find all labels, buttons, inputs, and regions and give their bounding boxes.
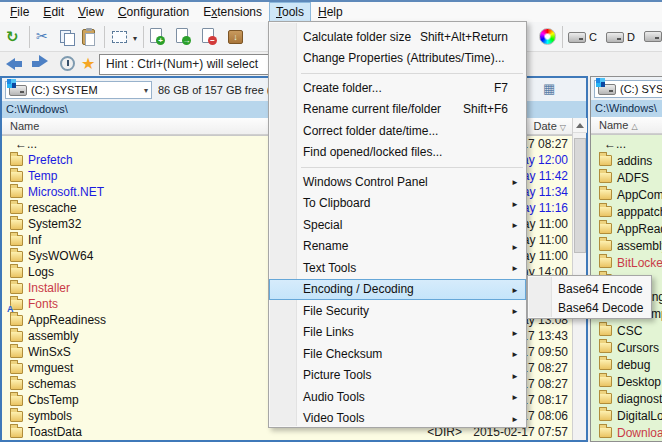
tools-menu: Calculate folder size Shift+Alt+Return C…: [268, 21, 527, 428]
menu-item-label: Correct folder date/time...: [303, 124, 438, 138]
date-column-header[interactable]: Date ▽: [534, 120, 566, 132]
menubar-item[interactable]: View: [71, 2, 111, 22]
drive-button[interactable]: [644, 31, 662, 42]
file-row[interactable]: Desktop: [591, 373, 662, 390]
tools-menu-item[interactable]: Encoding / Decoding ►: [269, 279, 526, 301]
file-row[interactable]: diagnostics: [591, 390, 662, 407]
file-row[interactable]: apppatch: [591, 203, 662, 220]
file-row[interactable]: assembly: [591, 237, 662, 254]
folder-icon: [10, 411, 23, 422]
menubar-item[interactable]: Configuration: [111, 2, 196, 22]
folder-icon: [599, 257, 612, 268]
drive-button[interactable]: D: [606, 31, 635, 43]
menubar-item[interactable]: Edit: [36, 2, 71, 22]
name-column-header[interactable]: Name: [10, 120, 39, 132]
file-row[interactable]: addins: [591, 152, 662, 169]
file-name: apppatch: [617, 204, 662, 220]
file-row[interactable]: DigitalLocker: [591, 407, 662, 424]
tools-menu-item[interactable]: File Links ►: [269, 322, 526, 344]
copy-file-icon[interactable]: [176, 28, 188, 43]
tools-menu-item[interactable]: Text Tools ►: [269, 257, 526, 279]
encoding-decoding-submenu: Base64 Encode Base64 Decode: [527, 275, 652, 319]
new-file-icon[interactable]: [150, 28, 162, 43]
menubar-item[interactable]: Help: [311, 2, 350, 22]
tools-menu-item[interactable]: Calculate folder size Shift+Alt+Return: [269, 26, 526, 48]
file-row[interactable]: AppCompat: [591, 186, 662, 203]
tools-menu-item[interactable]: Special ►: [269, 214, 526, 236]
tools-menu-item[interactable]: To Clipboard ►: [269, 193, 526, 215]
tools-menu-item[interactable]: File Checksum ►: [269, 343, 526, 365]
delete-file-icon[interactable]: [202, 28, 214, 43]
system-drive-icon: [598, 84, 616, 95]
file-date: 17 13:43: [521, 328, 568, 344]
file-name: AppCompat: [617, 187, 662, 203]
tools-menu-item[interactable]: Rename current file/folder Shift+F6: [269, 99, 526, 121]
refresh-icon[interactable]: ↻: [6, 29, 19, 44]
menubar: File Edit View Configuration Extensions …: [0, 2, 662, 22]
tools-menu-item[interactable]: Create folder... F7: [269, 77, 526, 99]
color-settings-icon[interactable]: [539, 28, 556, 45]
tools-menu-item[interactable]: Rename ►: [269, 236, 526, 258]
file-name: Installer: [28, 280, 70, 296]
menu-item-label: Rename current file/folder: [303, 102, 441, 116]
menu-item-shortcut: Shift+F6: [463, 102, 508, 116]
folder-icon: [10, 379, 23, 390]
menu-item-label: File Checksum: [303, 347, 382, 361]
scrollbar-thumb[interactable]: [574, 138, 586, 253]
submenu-item[interactable]: Base64 Encode: [528, 279, 651, 298]
file-row[interactable]: debug: [591, 356, 662, 373]
submenu-arrow-icon: ►: [511, 264, 519, 273]
favorites-star-icon[interactable]: ★: [81, 54, 95, 73]
file-row[interactable]: Cursors: [591, 339, 662, 356]
folder-icon: [599, 427, 612, 438]
file-row[interactable]: ←...: [591, 135, 662, 152]
right-drive-selector[interactable]: (C:) SYSTEM: [594, 80, 662, 98]
submenu-item[interactable]: Base64 Decode: [528, 298, 651, 317]
left-drive-selector[interactable]: (C:) SYSTEM ▾: [5, 81, 152, 99]
menubar-item[interactable]: Extensions: [196, 2, 269, 22]
menubar-item[interactable]: Tools: [269, 2, 311, 22]
file-row[interactable]: CSC: [591, 322, 662, 339]
file-row[interactable]: Downloaded Program Files: [591, 424, 662, 441]
file-row[interactable]: AppReadiness: [591, 220, 662, 237]
forward-icon[interactable]: [32, 61, 39, 67]
name-column-header[interactable]: Name △: [599, 119, 638, 131]
select-mode-dropdown-icon[interactable]: ▾: [133, 35, 137, 43]
tools-menu-item[interactable]: Windows Control Panel ►: [269, 171, 526, 193]
tools-menu-item[interactable]: Find opened/locked files...: [269, 142, 526, 164]
history-icon[interactable]: [60, 56, 75, 71]
back-icon[interactable]: [6, 58, 15, 70]
paste-icon[interactable]: [82, 29, 95, 45]
tools-menu-item[interactable]: Video Tools ►: [269, 408, 526, 430]
folder-icon: [599, 223, 612, 234]
copy-icon[interactable]: [60, 30, 74, 44]
tools-menu-item[interactable]: [269, 69, 526, 77]
file-date: ay 11:34: [523, 184, 568, 200]
cut-icon[interactable]: ✂: [36, 29, 48, 43]
menubar-item[interactable]: File: [3, 2, 36, 22]
select-mode-icon[interactable]: [112, 31, 127, 43]
scroll-up-icon[interactable]: [573, 118, 587, 133]
tools-menu-item[interactable]: Correct folder date/time...: [269, 120, 526, 142]
drive-icon: [568, 32, 586, 43]
tools-menu-item[interactable]: Picture Tools ►: [269, 365, 526, 387]
tools-menu-item[interactable]: File Security ►: [269, 300, 526, 322]
drive-button[interactable]: C: [568, 31, 597, 43]
drive-icon: [606, 32, 624, 43]
folder-icon: [10, 171, 23, 182]
menu-item-label: File Links: [303, 325, 354, 339]
file-row[interactable]: ADFS: [591, 169, 662, 186]
tools-menu-item[interactable]: Audio Tools ►: [269, 386, 526, 408]
tools-menu-item[interactable]: [269, 163, 526, 171]
pack-archive-icon[interactable]: ↓: [228, 30, 243, 44]
file-name: rescache: [28, 200, 77, 216]
file-name: vmguest: [28, 360, 73, 376]
file-date: ay 12:00: [522, 152, 568, 168]
folder-icon: [10, 187, 23, 198]
folder-icon: [10, 331, 23, 342]
right-path-bar[interactable]: C:\Windows\: [591, 100, 662, 117]
file-name: ←...: [604, 136, 626, 152]
view-mode-icon[interactable]: ▦: [543, 82, 555, 95]
tools-menu-item[interactable]: Change Properties (Attributes/Time)...: [269, 48, 526, 70]
file-row[interactable]: BitLocker: [591, 254, 662, 271]
